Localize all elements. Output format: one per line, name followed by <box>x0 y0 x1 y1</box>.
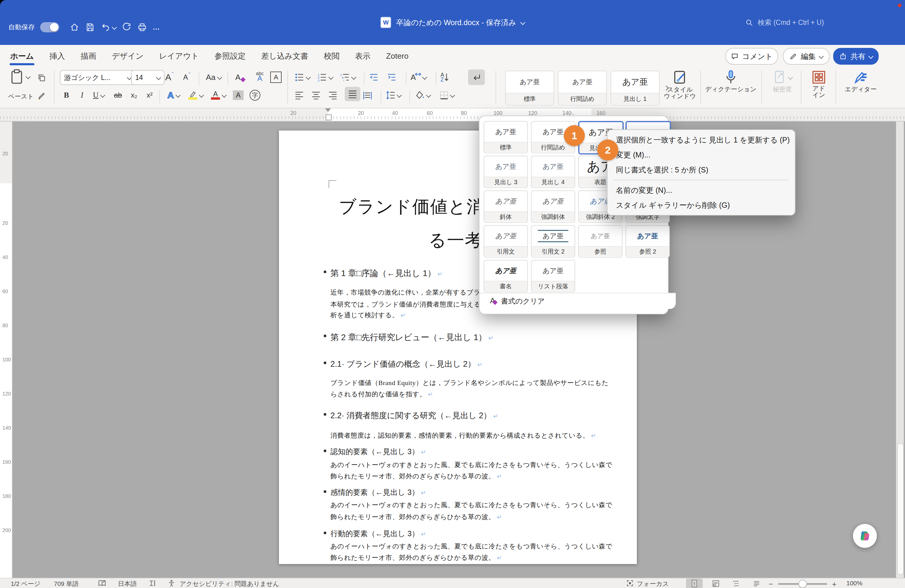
menu-item-rename[interactable]: 名前の変更 (N)... <box>608 183 795 198</box>
zoom-out-button[interactable]: − <box>768 580 773 588</box>
page-indicator[interactable]: 1/2 ページ <box>11 580 40 588</box>
style-card-reference2[interactable]: あア亜参照 2 <box>626 225 670 257</box>
align-center-button[interactable] <box>311 88 321 102</box>
print-layout-view-button[interactable] <box>686 578 703 588</box>
multilevel-list-button[interactable]: 1ai <box>340 70 356 84</box>
highlight-color-button[interactable] <box>186 88 206 102</box>
share-button[interactable]: 共有 <box>833 48 879 65</box>
style-card-quote[interactable]: あア亜引用文 <box>484 225 528 257</box>
left-indent-marker[interactable] <box>325 114 332 120</box>
menu-item-select-same[interactable]: 同じ書式を選択 : 5 か所 (S) <box>608 162 795 177</box>
increase-indent-button[interactable] <box>387 70 397 84</box>
undo-button[interactable] <box>100 22 116 32</box>
borders-button[interactable] <box>439 88 454 102</box>
outline-view-button[interactable] <box>728 578 745 588</box>
copilot-button[interactable] <box>853 524 877 548</box>
accessibility-status[interactable]: アクセシビリティ: 問題ありません <box>179 580 279 588</box>
menu-item-remove-from-gallery[interactable]: スタイル ギャラリーから削除 (G) <box>608 198 795 213</box>
web-layout-view-button[interactable] <box>708 578 724 588</box>
decrease-indent-button[interactable] <box>369 70 379 84</box>
style-card-no-spacing[interactable]: あア亜行間詰め <box>558 71 607 105</box>
tab-home[interactable]: ホーム <box>2 45 41 67</box>
character-spacing-button[interactable]: A <box>411 70 427 84</box>
style-window-button[interactable]: スタイルウィンドウ <box>663 70 697 99</box>
autosave-toggle[interactable] <box>40 22 59 32</box>
style-card-reference[interactable]: あア亜参照 <box>578 225 622 257</box>
bullets-button[interactable] <box>294 70 310 84</box>
tab-mailings[interactable]: 差し込み文書 <box>254 45 316 67</box>
tab-zotero[interactable]: Zotero <box>378 45 416 67</box>
numbering-button[interactable]: 123 <box>317 70 333 84</box>
draft-view-button[interactable] <box>748 578 765 588</box>
tab-layout[interactable]: レイアウト <box>151 45 207 67</box>
style-card-quote2[interactable]: あア亜引用文 2 <box>531 225 575 257</box>
accessibility-icon[interactable] <box>168 580 175 587</box>
sensitivity-button[interactable]: 秘密度 <box>767 70 797 94</box>
home-icon[interactable] <box>70 22 79 32</box>
superscript-button[interactable]: x² <box>143 88 157 102</box>
focus-mode-button[interactable]: フォーカス <box>637 580 669 588</box>
scrollbar-thumb[interactable] <box>897 443 904 575</box>
tab-view[interactable]: 表示 <box>347 45 378 67</box>
menu-item-update-style[interactable]: 選択個所と一致するように 見出し 1 を更新する (P) <box>608 132 795 147</box>
dictation-button[interactable]: ディクテーション <box>705 70 757 94</box>
strikethrough-button[interactable]: ab <box>110 88 126 102</box>
style-card-heading3[interactable]: あア亜見出し 3 <box>484 156 528 188</box>
copy-button[interactable] <box>37 71 46 85</box>
text-selection-icon[interactable] <box>148 580 156 587</box>
language-indicator[interactable]: 日本語 <box>118 580 137 588</box>
style-card-list-paragraph[interactable]: あア亜リスト段落 <box>531 260 575 292</box>
tab-draw[interactable]: 描画 <box>73 45 104 67</box>
style-card-book-title[interactable]: あア亜書名 <box>484 260 528 292</box>
style-card-italic[interactable]: あア亜斜体 <box>484 191 528 223</box>
more-commands-icon[interactable]: … <box>152 23 160 32</box>
addins-button[interactable]: アドイン <box>806 70 832 98</box>
paste-button[interactable] <box>10 70 30 84</box>
line-spacing-button[interactable] <box>386 88 401 102</box>
menu-item-modify[interactable]: 変更 (M)... <box>608 147 795 162</box>
word-count[interactable]: 709 単語 <box>54 580 79 588</box>
editor-button[interactable]: エディター <box>841 70 880 94</box>
phonetic-guide-button[interactable]: abc A <box>251 69 268 83</box>
format-painter-button[interactable] <box>37 89 46 103</box>
enclose-characters-button[interactable]: 字 <box>248 88 262 102</box>
style-card-heading1[interactable]: あア亜見出し 1 <box>611 71 660 105</box>
shrink-font-button[interactable]: Aˇ <box>179 70 195 84</box>
redo-icon[interactable] <box>122 22 132 32</box>
style-card-emphasis-italic[interactable]: あア亜強調斜体 <box>531 191 575 223</box>
shading-button[interactable] <box>415 88 430 102</box>
font-color-button[interactable]: A <box>208 88 229 102</box>
bold-button[interactable]: B <box>60 88 73 102</box>
italic-button[interactable]: I <box>75 88 89 102</box>
proofing-icon[interactable] <box>98 580 106 587</box>
align-right-button[interactable] <box>328 88 338 102</box>
horizontal-ruler[interactable]: 20 20 40 60 80 100 120 140 160 <box>0 108 905 122</box>
font-name-select[interactable]: 游ゴシック L... <box>60 70 135 85</box>
first-line-indent-marker[interactable] <box>325 108 331 112</box>
grow-font-button[interactable]: Aˆ <box>162 70 177 84</box>
sort-button[interactable]: AZ <box>441 70 449 84</box>
print-icon[interactable] <box>137 22 147 32</box>
font-size-select[interactable]: 14 <box>131 70 165 85</box>
change-case-button[interactable]: Aa <box>203 70 224 84</box>
save-icon[interactable] <box>85 22 95 32</box>
align-left-button[interactable] <box>294 88 304 102</box>
justify-button[interactable] <box>345 87 360 101</box>
character-border-button[interactable]: A <box>269 70 283 84</box>
style-card-normal[interactable]: あア亜標準 <box>484 121 528 153</box>
zoom-in-button[interactable]: + <box>832 580 837 588</box>
style-card-heading4[interactable]: あア亜見出し 4 <box>531 156 575 188</box>
clear-formatting-menu-item[interactable]: A 書式のクリア <box>479 293 676 309</box>
clear-formatting-button[interactable]: A <box>232 70 248 84</box>
vertical-ruler[interactable]: 20 20 40 60 80 100 120 140 160 180 200 <box>0 121 13 578</box>
tab-review[interactable]: 校閲 <box>316 45 347 67</box>
zoom-level[interactable]: 100% <box>846 580 862 587</box>
zoom-slider-knob[interactable] <box>799 580 807 588</box>
distribute-button[interactable] <box>363 88 372 102</box>
tab-references[interactable]: 参照設定 <box>207 45 254 67</box>
text-effects-button[interactable]: A <box>164 88 183 102</box>
gallery-scroll-icon[interactable] <box>664 86 669 91</box>
search-box[interactable]: 検索 (Cmd + Ctrl + U) <box>745 18 824 27</box>
style-card-normal[interactable]: あア亜標準 <box>505 71 554 105</box>
tab-insert[interactable]: 挿入 <box>41 45 73 67</box>
